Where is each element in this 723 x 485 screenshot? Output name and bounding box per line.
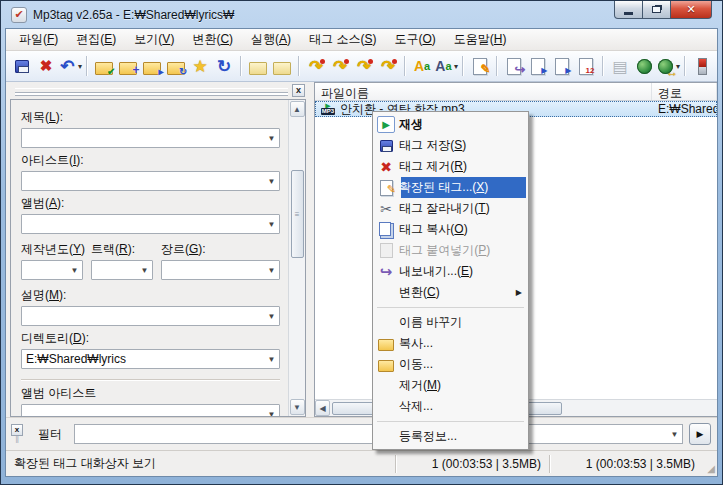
toolbar-extended-tags-button[interactable] bbox=[468, 54, 492, 78]
toolbar-actions-button[interactable]: ▾ bbox=[434, 54, 458, 78]
scroll-thumb[interactable]: ≡ bbox=[291, 170, 304, 258]
combo-dropdown-icon[interactable]: ▼ bbox=[67, 266, 82, 275]
field-year-input[interactable]: ▼ bbox=[21, 260, 83, 280]
toolbar-convert-textfile-tag-button[interactable] bbox=[376, 54, 400, 78]
toolbar-open-directory-button[interactable] bbox=[140, 54, 164, 78]
undo-icon bbox=[58, 57, 77, 76]
combo-dropdown-icon[interactable]: ▼ bbox=[137, 266, 152, 275]
toolbar-numbering-wizard-button[interactable] bbox=[574, 54, 598, 78]
context-menu-item-copy-tag[interactable]: 태그 복사(O) bbox=[375, 219, 526, 240]
combo-dropdown-icon[interactable]: ▼ bbox=[264, 266, 279, 275]
field-track-input[interactable]: ▼ bbox=[91, 260, 153, 280]
filter-input[interactable] bbox=[75, 426, 667, 442]
toolbar-add-directory-button[interactable] bbox=[116, 54, 140, 78]
resize-grip-icon[interactable]: ◢ bbox=[703, 451, 717, 476]
field-track: 트랙(R):▼ bbox=[91, 238, 153, 280]
field-album-artist: 앨범 아티스트▼ bbox=[21, 385, 280, 416]
tag-panel-close-button[interactable]: x bbox=[292, 84, 305, 97]
context-menu-item-save-tag[interactable]: 태그 저장(S) bbox=[375, 135, 526, 156]
menu-icon-empty bbox=[377, 377, 395, 394]
combo-dropdown-icon[interactable]: ▼ bbox=[264, 312, 279, 321]
context-menu-item-export[interactable]: 내보내기...(E) bbox=[375, 261, 526, 282]
combo-dropdown-icon[interactable]: ▼ bbox=[264, 410, 279, 417]
filter-run-button[interactable]: ▶ bbox=[689, 423, 711, 445]
field-comment-input[interactable]: ▼ bbox=[21, 306, 280, 326]
scroll-up-icon[interactable]: ▲ bbox=[290, 101, 305, 117]
toolbar-change-directory-button[interactable] bbox=[92, 54, 116, 78]
convert-icon bbox=[379, 57, 398, 76]
scroll-left-icon[interactable]: ◀ bbox=[315, 400, 330, 416]
menu-item-help[interactable]: 도움말(H) bbox=[445, 28, 516, 51]
context-menu-item-move-files[interactable]: 이동... bbox=[375, 354, 526, 375]
toolbar-convert-tag-filename-button[interactable] bbox=[304, 54, 328, 78]
context-menu-item-play[interactable]: 재생 bbox=[375, 114, 526, 135]
panel-splitter[interactable] bbox=[306, 82, 314, 417]
field-album-artist-input[interactable]: ▼ bbox=[21, 404, 280, 416]
menu-item-convert[interactable]: 변환(C) bbox=[183, 28, 242, 51]
app-window: ✔ Mp3tag v2.65a - E:₩Shared₩lyrics₩ ✕ 파일… bbox=[0, 0, 723, 485]
toolbar-favorite-directories-button[interactable] bbox=[188, 54, 212, 78]
field-genre-input[interactable]: ▼ bbox=[161, 260, 280, 280]
minimize-icon bbox=[624, 12, 633, 15]
field-album-input[interactable]: ▼ bbox=[21, 214, 280, 234]
toolbar-separator bbox=[298, 56, 300, 76]
combo-dropdown-icon[interactable]: ▼ bbox=[264, 355, 279, 364]
menu-item-file[interactable]: 파일(F) bbox=[10, 28, 67, 51]
panel-grip-icon[interactable] bbox=[15, 88, 288, 93]
context-menu-item-paste-tag[interactable]: 태그 붙여넣기(P) bbox=[375, 240, 526, 261]
menu-item-label: 이름 바꾸기 bbox=[399, 314, 462, 331]
context-menu-item-convert[interactable]: 변환(C)▶ bbox=[375, 282, 526, 303]
close-button[interactable]: ✕ bbox=[670, 1, 712, 19]
toolbar-remove-tag-button[interactable] bbox=[34, 54, 58, 78]
context-menu-item-delete-files[interactable]: 삭제... bbox=[375, 396, 526, 417]
toolbar-web-sources-button[interactable]: ▾ bbox=[656, 54, 680, 78]
toolbar-export-button[interactable] bbox=[502, 54, 526, 78]
combo-dropdown-icon[interactable]: ▼ bbox=[264, 220, 279, 229]
combo-dropdown-icon[interactable]: ▼ bbox=[264, 134, 279, 143]
column-header-filename[interactable]: 파일이름 bbox=[315, 83, 652, 100]
toolbar-cd-import-button[interactable] bbox=[608, 54, 632, 78]
minimize-button[interactable] bbox=[614, 1, 643, 19]
context-menu-item-rename[interactable]: 이름 바꾸기 bbox=[375, 312, 526, 333]
context-menu-item-extended-tags[interactable]: 확장된 태그...(X) bbox=[375, 177, 526, 198]
menu-item-view[interactable]: 보기(V) bbox=[125, 28, 183, 51]
field-artist-input[interactable]: ▼ bbox=[21, 171, 280, 191]
column-header-path[interactable]: 경로 bbox=[652, 83, 717, 100]
toolbar-copy-button[interactable] bbox=[246, 54, 270, 78]
context-menu-item-cut-tag[interactable]: 태그 잘라내기(T) bbox=[375, 198, 526, 219]
toolbar-refresh-button[interactable] bbox=[212, 54, 236, 78]
title-bar: ✔ Mp3tag v2.65a - E:₩Shared₩lyrics₩ ✕ bbox=[5, 1, 718, 28]
toolbar-paste-button[interactable] bbox=[270, 54, 294, 78]
tag-panel-scrollbar[interactable]: ▲ ≡ ▼ bbox=[288, 100, 305, 416]
field-directory-input[interactable]: E:₩Shared₩lyrics▼ bbox=[21, 349, 280, 369]
tag-panel-header[interactable]: x bbox=[11, 84, 305, 97]
context-menu-item-remove-tag[interactable]: 태그 제거(R) bbox=[375, 156, 526, 177]
toolbar-playlist-selected-button[interactable] bbox=[550, 54, 574, 78]
toolbar-separator bbox=[462, 56, 464, 76]
context-menu-item-remove-files[interactable]: 제거(M) bbox=[375, 375, 526, 396]
field-title-input[interactable]: ▼ bbox=[21, 128, 280, 148]
scroll-down-icon[interactable]: ▼ bbox=[290, 399, 305, 415]
toolbar-options-button[interactable] bbox=[690, 54, 714, 78]
toolbar-case-conversion-button[interactable] bbox=[410, 54, 434, 78]
filter-dropdown-icon[interactable]: ▼ bbox=[667, 430, 682, 439]
menu-item-label: 복사... bbox=[399, 335, 433, 352]
toolbar-save-tag-button[interactable] bbox=[10, 54, 34, 78]
context-menu-item-properties[interactable]: 등록정보... bbox=[375, 426, 526, 447]
toolbar-playlist-button[interactable] bbox=[526, 54, 550, 78]
menu-item-actions[interactable]: 실행(A) bbox=[242, 28, 300, 51]
toolbar-refresh-directory-button[interactable] bbox=[164, 54, 188, 78]
menu-item-tag-sources[interactable]: 태그 소스(S) bbox=[300, 28, 385, 51]
toolbar-convert-filename-filename-button[interactable] bbox=[352, 54, 376, 78]
context-menu-item-copy-files[interactable]: 복사... bbox=[375, 333, 526, 354]
menu-item-tools[interactable]: 도구(O) bbox=[385, 28, 444, 51]
field-title: 제목(L):▼ bbox=[21, 109, 280, 148]
restore-button[interactable] bbox=[642, 1, 671, 19]
menu-item-label: 확장된 태그...(X) bbox=[399, 179, 488, 196]
toolbar-web-source-button[interactable] bbox=[632, 54, 656, 78]
combo-dropdown-icon[interactable]: ▼ bbox=[264, 177, 279, 186]
globe-icon bbox=[635, 57, 654, 76]
menu-item-edit[interactable]: 편집(E) bbox=[67, 28, 125, 51]
toolbar-undo-button[interactable]: ▾ bbox=[58, 54, 82, 78]
toolbar-convert-filename-tag-button[interactable] bbox=[328, 54, 352, 78]
